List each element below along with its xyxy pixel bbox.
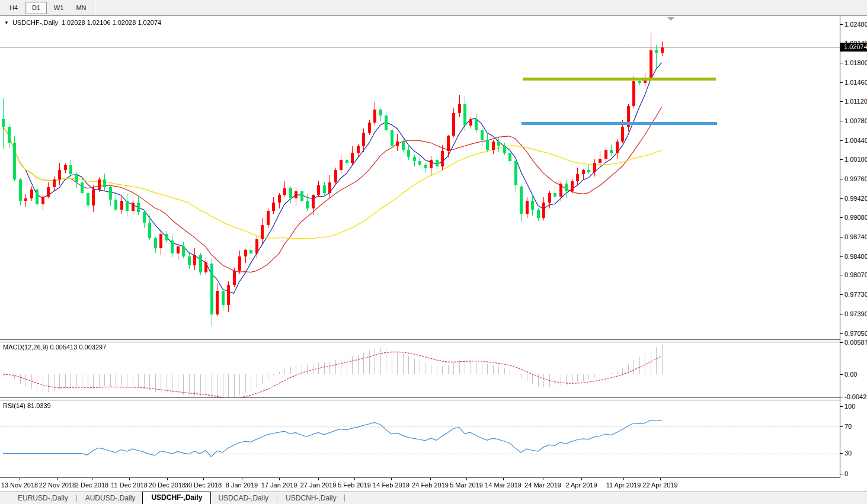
price-axis-tick [840,294,843,295]
price-axis-label: 0.99080 [844,214,867,221]
date-axis-label: 14 Feb 2019 [373,481,409,489]
date-axis-label: 11 Dec 2018 [111,481,148,489]
chevron-down-icon[interactable]: ▼ [4,20,9,25]
date-axis-tick [543,478,543,480]
timeframe-button-d1[interactable]: D1 [25,2,47,14]
price-axis-tick [840,275,843,275]
tab-separator [277,495,277,502]
price-axis-label: 1.01800 [844,59,867,66]
date-axis-label: 2 Apr 2019 [565,481,597,489]
date-axis-label: 24 Feb 2019 [412,481,449,489]
price-axis-label: 1.02480 [844,21,867,28]
price-axis-label: 0.99420 [844,195,867,202]
timeframe-button-mn[interactable]: MN [71,2,92,14]
macd-indicator-label: MACD(12,26,9) 0.005413 0.003297 [3,344,106,351]
date-axis-label: 11 Apr 2019 [606,481,641,489]
rsi-axis-tick [840,474,843,474]
price-axis-label: 1.00440 [844,137,867,144]
macd-axis-tick [840,397,843,397]
price-axis-tick [840,82,843,83]
date-axis-tick [430,478,431,480]
rsi-axis-tick [840,453,843,454]
date-axis[interactable]: 13 Nov 201822 Nov 20182 Dec 201811 Dec 2… [0,478,867,491]
price-axis-label: 1.01460 [844,79,867,86]
tab-separator [76,495,77,502]
toolbar-separator [95,2,96,14]
symbol-title: USDCHF-,Daily [12,19,58,26]
date-axis-label: 14 Mar 2019 [485,481,522,489]
mt4-chart-window: H4D1W1MN ▼ USDCHF-,Daily 1.02028 1.02106… [0,0,867,504]
date-axis-label: 24 Mar 2019 [524,481,561,489]
price-axis-tick [840,24,843,25]
price-axis-label: 1.01120 [844,98,867,105]
price-axis-tick [840,256,843,257]
price-axis-label: 1.00100 [844,156,867,163]
date-axis-label: 5 Feb 2019 [338,481,371,489]
date-axis-tick [354,478,355,480]
date-axis-tick [581,478,582,480]
price-axis-tick [840,140,843,141]
date-axis-tick [503,478,504,480]
window-tab-eurusd[interactable]: EURUSD-,Daily [11,493,75,504]
price-axis-tick [840,101,843,102]
date-axis-label: 27 Jan 2019 [300,481,337,489]
price-axis-label: 0.97050 [844,330,867,337]
price-axis-tick [840,237,843,237]
date-axis-tick [318,478,319,480]
macd-axis-label: 0.00 [844,371,857,378]
price-axis-tick [840,217,843,218]
window-tab-usdcad[interactable]: USDCAD-,Daily [211,493,276,504]
price-axis-label: 0.99760 [844,175,867,182]
rsi-panel-canvas[interactable] [0,400,840,477]
date-axis-tick [129,478,130,480]
date-axis-tick [57,478,58,480]
window-tab-audusd[interactable]: AUDUSD-,Daily [78,493,143,504]
window-tab-usdcnh[interactable]: USDCNH-,Daily [279,493,343,504]
price-axis-label: 0.98740 [844,233,867,240]
date-axis-label: 2 Dec 2018 [75,481,108,489]
price-axis-label: 1.02140 [844,40,867,47]
date-axis-tick [203,478,204,480]
date-axis-tick [92,478,92,480]
price-axis-tick [840,63,843,63]
price-axis-tick [840,43,843,44]
date-axis-label: 30 Dec 2018 [185,481,222,489]
price-axis[interactable]: 1.02074 1.024801.021401.018001.014601.01… [840,16,867,478]
macd-panel-canvas[interactable] [0,342,840,397]
rsi-axis-label: 0 [844,470,848,477]
date-axis-tick [623,478,624,480]
macd-axis-tick [840,374,843,375]
tab-separator [344,495,345,502]
date-axis-label: 13 Nov 2018 [1,481,38,489]
ohlc-values: 1.02028 1.02106 1.02028 1.02074 [62,19,161,26]
price-axis-tick [840,314,843,314]
date-axis-tick [242,478,242,480]
rsi-indicator-label: RSI(14) 81.0339 [3,402,51,409]
date-axis-label: 8 Jan 2019 [226,481,258,489]
chart-window-tabbar: EURUSD-,DailyAUDUSD-,DailyUSDCHF-,DailyU… [0,492,867,504]
rsi-axis-label: 100 [844,403,855,410]
window-tab-usdchf[interactable]: USDCHF-,Daily [142,492,211,504]
timeframe-toolbar: H4D1W1MN [0,0,867,16]
price-axis-label: 1.00780 [844,117,867,124]
date-axis-tick [167,478,168,480]
timeframe-button-h4[interactable]: H4 [3,2,24,14]
price-axis-tick [840,198,843,199]
date-axis-tick [466,478,467,480]
rsi-axis-label: 70 [844,423,852,430]
date-axis-label: 20 Dec 2018 [149,481,185,489]
price-axis-label: 0.98070 [844,271,867,278]
timeframe-button-w1[interactable]: W1 [48,2,69,14]
macd-axis-tick [840,342,843,343]
macd-axis-label: -0.004238 [844,393,867,400]
price-axis-tick [840,121,843,121]
price-axis-tick [840,333,843,334]
main-chart-canvas[interactable] [0,16,840,339]
date-axis-tick [279,478,280,480]
rsi-axis-label: 30 [844,450,852,457]
date-axis-label: 17 Jan 2019 [261,481,297,489]
rsi-axis-tick [840,406,843,407]
date-axis-label: 22 Apr 2019 [642,481,677,489]
price-axis-tick [840,159,843,160]
date-axis-label: 22 Nov 2018 [39,481,76,489]
